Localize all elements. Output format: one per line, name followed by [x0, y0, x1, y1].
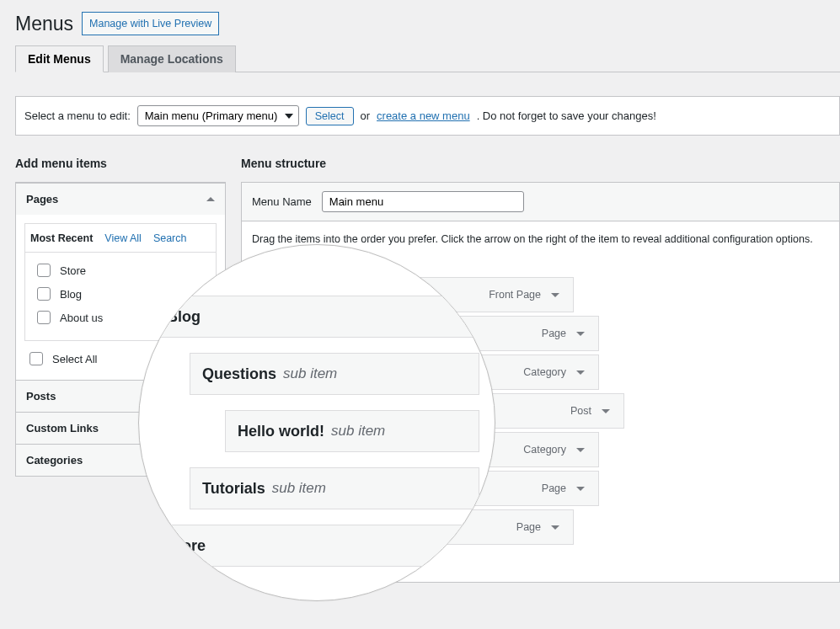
- menu-item-type: Category: [523, 444, 566, 456]
- tab-manage-locations[interactable]: Manage Locations: [108, 45, 236, 72]
- page-item-blog[interactable]: Blog: [34, 285, 207, 303]
- menu-item-type: Front Page: [489, 289, 541, 301]
- select-button[interactable]: Select: [306, 107, 354, 125]
- accordion-posts-title: Posts: [26, 390, 56, 402]
- menu-item-type: Page: [542, 328, 566, 339]
- chevron-down-icon[interactable]: [571, 440, 590, 459]
- accordion-pages-header[interactable]: Pages: [16, 183, 225, 215]
- instructions-text: Drag the items into the order you prefer…: [252, 233, 829, 245]
- menu-name-label: Menu Name: [252, 195, 312, 208]
- menu-select[interactable]: Main menu (Primary menu): [137, 105, 299, 126]
- page-item-blog-label: Blog: [60, 288, 82, 301]
- magnifier-overlay: Blog Questions sub item Hello world! sub…: [138, 244, 495, 601]
- page-item-about-label: About us: [60, 312, 103, 324]
- tab-edit-menus[interactable]: Edit Menus: [15, 45, 104, 72]
- mag-item-sub: sub item: [283, 365, 337, 382]
- or-text: or: [361, 109, 371, 122]
- menu-item-type: Page: [516, 521, 541, 533]
- chevron-down-icon[interactable]: [571, 479, 590, 498]
- mag-item-sub: sub item: [331, 423, 385, 440]
- mag-item-sub: sub item: [272, 480, 326, 497]
- chevron-down-icon[interactable]: [571, 324, 590, 343]
- menu-item-type: Post: [570, 405, 591, 417]
- select-all-label: Select All: [52, 353, 97, 365]
- tab-most-recent[interactable]: Most Recent: [30, 229, 93, 252]
- mag-item-questions: Questions sub item: [190, 353, 479, 395]
- accordion-pages-title: Pages: [26, 193, 58, 205]
- menu-item-type: Page: [542, 482, 566, 494]
- live-preview-button[interactable]: Manage with Live Preview: [82, 12, 219, 35]
- mag-item-title: Questions: [202, 365, 276, 383]
- chevron-up-icon: [206, 197, 215, 201]
- chevron-down-icon[interactable]: [571, 363, 590, 381]
- mag-item-title: Tutorials: [202, 480, 265, 498]
- tab-search[interactable]: Search: [153, 229, 187, 252]
- selector-tail: . Do not forget to save your changes!: [477, 109, 656, 122]
- menu-name-input[interactable]: [322, 191, 524, 212]
- checkbox-select-all[interactable]: [29, 352, 43, 365]
- checkbox-store[interactable]: [37, 264, 51, 277]
- add-items-heading: Add menu items: [15, 157, 226, 170]
- checkbox-blog[interactable]: [37, 287, 51, 301]
- menu-structure-heading: Menu structure: [241, 157, 840, 170]
- tab-view-all[interactable]: View All: [104, 229, 142, 252]
- mag-item-hello: Hello world! sub item: [225, 410, 479, 452]
- chevron-down-icon[interactable]: [546, 285, 564, 304]
- page-item-store-label: Store: [60, 264, 86, 277]
- accordion-categories-title: Categories: [26, 454, 83, 466]
- chevron-down-icon[interactable]: [597, 402, 615, 420]
- page-item-store[interactable]: Store: [34, 261, 207, 280]
- mag-item-tutorials: Tutorials sub item: [190, 467, 479, 509]
- chevron-down-icon[interactable]: [546, 518, 564, 536]
- mag-item-title: Hello world!: [238, 423, 324, 440]
- pages-inner-tabs: Most Recent View All Search: [25, 224, 216, 253]
- create-menu-link[interactable]: create a new menu: [377, 109, 470, 122]
- mag-item-blog: Blog: [154, 296, 479, 338]
- accordion-custom-links-title: Custom Links: [26, 422, 99, 434]
- nav-tabs: Edit Menus Manage Locations: [15, 45, 840, 72]
- select-menu-label: Select a menu to edit:: [24, 109, 131, 122]
- checkbox-about[interactable]: [37, 311, 51, 324]
- menu-item-type: Category: [523, 366, 566, 378]
- page-title: Menus: [15, 13, 73, 35]
- menu-selector-box: Select a menu to edit: Main menu (Primar…: [15, 96, 840, 136]
